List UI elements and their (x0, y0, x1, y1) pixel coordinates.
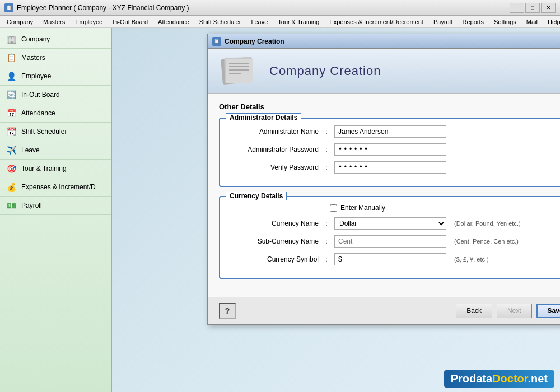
menu-reports[interactable]: Reports (458, 17, 489, 26)
sidebar-label-tour: Tour & Training (21, 165, 67, 172)
help-button[interactable]: ? (219, 303, 236, 319)
sidebar-item-employee[interactable]: 👤 Employee (0, 67, 111, 86)
expenses-icon: 💰 (6, 181, 17, 193)
dialog-logo (219, 55, 258, 86)
verify-password-label: Verify Password (229, 164, 319, 171)
dialog-icon: 📋 (212, 37, 221, 46)
maximize-button[interactable]: □ (525, 3, 540, 13)
sidebar-label-expenses: Expenses & Increment/D (21, 183, 96, 191)
dialog-title-bar: 📋 Company Creation ✕ (208, 34, 560, 49)
main-layout: 🏢 Company 📋 Masters 👤 Employee 🔄 In-Out … (0, 28, 560, 392)
menu-company[interactable]: Company (2, 17, 38, 26)
sidebar-item-payroll[interactable]: 💵 Payroll (0, 197, 111, 215)
subcurrency-name-hint: (Cent, Pence, Cen etc.) (454, 238, 519, 245)
currency-symbol-hint: ($, £, ¥, etc.) (454, 256, 489, 263)
sidebar-item-company[interactable]: 🏢 Company (0, 30, 111, 49)
shift-icon: 📆 (6, 126, 17, 137)
sidebar-item-masters[interactable]: 📋 Masters (0, 49, 111, 67)
subcurrency-name-colon: : (323, 237, 330, 245)
currency-symbol-colon: : (323, 255, 330, 263)
admin-details-section: Administrator Details Administrator Name… (219, 118, 560, 187)
sidebar-label-payroll: Payroll (21, 202, 42, 209)
sidebar-label-leave: Leave (21, 146, 40, 154)
sidebar-item-tour[interactable]: 🎯 Tour & Training (0, 160, 111, 178)
payroll-icon: 💵 (6, 200, 17, 211)
admin-name-colon: : (323, 128, 330, 136)
menu-mail[interactable]: Mail (522, 17, 542, 26)
next-button[interactable]: Next (497, 304, 532, 318)
currency-details-section: Currency Details Enter Manually Currency… (219, 196, 560, 279)
admin-password-colon: : (323, 146, 330, 153)
currency-symbol-label: Currency Symbol (229, 255, 319, 263)
menu-help[interactable]: Help (543, 17, 560, 26)
sidebar-item-inout[interactable]: 🔄 In-Out Board (0, 86, 111, 104)
company-icon: 🏢 (6, 34, 17, 45)
attendance-icon: 📅 (6, 108, 17, 119)
dialog-header: Company Creation (208, 49, 560, 94)
subcurrency-name-row: Sub-Currency Name : (Cent, Pence, Cen et… (229, 235, 560, 248)
menu-payroll[interactable]: Payroll (429, 17, 457, 26)
logo-svg (219, 55, 258, 86)
menu-employee[interactable]: Employee (71, 17, 107, 26)
menu-tour[interactable]: Tour & Training (273, 17, 324, 26)
admin-password-label: Administrator Password (229, 146, 319, 153)
watermark: ProdataDoctor.net (444, 370, 554, 388)
currency-symbol-input[interactable] (334, 253, 446, 265)
menu-attendance[interactable]: Attendance (153, 17, 194, 26)
title-bar: 📋 Employee Planner ( Company - XYZ Finan… (0, 0, 560, 16)
subcurrency-name-label: Sub-Currency Name (229, 237, 319, 245)
enter-manually-label[interactable]: Enter Manually (340, 204, 385, 212)
sidebar: 🏢 Company 📋 Masters 👤 Employee 🔄 In-Out … (0, 28, 112, 392)
verify-password-colon: : (323, 164, 330, 171)
save-button[interactable]: Save (536, 304, 560, 318)
close-button[interactable]: ✕ (541, 3, 556, 13)
menu-bar: Company Masters Employee In-Out Board At… (0, 16, 560, 28)
sidebar-item-leave[interactable]: ✈️ Leave (0, 141, 111, 160)
sidebar-item-expenses[interactable]: 💰 Expenses & Increment/D (0, 178, 111, 197)
menu-inout[interactable]: In-Out Board (108, 17, 152, 26)
menu-leave[interactable]: Leave (246, 17, 272, 26)
admin-password-input[interactable] (334, 143, 446, 156)
sidebar-label-masters: Masters (21, 54, 45, 62)
currency-name-select[interactable]: Dollar Pound Yen Euro (334, 217, 446, 230)
admin-section-label: Administrator Details (226, 113, 301, 122)
currency-name-label: Currency Name (229, 220, 319, 227)
sidebar-label-shift: Shift Scheduler (21, 128, 67, 136)
app-icon: 📋 (4, 3, 13, 12)
sidebar-label-inout: In-Out Board (21, 91, 60, 99)
minimize-button[interactable]: — (510, 3, 524, 13)
svg-rect-2 (226, 59, 253, 83)
window-controls: — □ ✕ (510, 3, 556, 13)
inout-icon: 🔄 (6, 89, 17, 100)
dialog-title: Company Creation (225, 38, 560, 45)
enter-manually-row: Enter Manually (330, 204, 560, 212)
enter-manually-checkbox[interactable] (330, 204, 337, 212)
dialog-footer: ? Back Next Save Cancel (208, 297, 560, 324)
sidebar-item-attendance[interactable]: 📅 Attendance (0, 104, 111, 123)
admin-name-input[interactable] (334, 125, 446, 138)
menu-expenses[interactable]: Expenses & Increment/Decrement (325, 17, 428, 26)
sidebar-item-shift[interactable]: 📆 Shift Scheduler (0, 123, 111, 141)
admin-name-label: Administrator Name (229, 128, 319, 136)
sidebar-label-attendance: Attendance (21, 109, 55, 117)
content-area: 📋 Company Creation ✕ (112, 28, 560, 392)
currency-section-label: Currency Details (226, 192, 287, 200)
app-title: Employee Planner ( Company - XYZ Financi… (17, 4, 510, 12)
company-creation-dialog: 📋 Company Creation ✕ (207, 34, 560, 325)
currency-symbol-row: Currency Symbol : ($, £, ¥, etc.) (229, 253, 560, 265)
dialog-body: Other Details Administrator Details Admi… (208, 94, 560, 297)
verify-password-input[interactable] (334, 161, 446, 174)
menu-settings[interactable]: Settings (489, 17, 521, 26)
tour-icon: 🎯 (6, 163, 17, 174)
admin-name-row: Administrator Name : (229, 125, 560, 138)
menu-masters[interactable]: Masters (39, 17, 69, 26)
other-details-label: Other Details (219, 102, 560, 111)
back-button[interactable]: Back (456, 304, 492, 318)
currency-name-hint: (Dollar, Pound, Yen etc.) (454, 220, 521, 227)
menu-shift[interactable]: Shift Scheduler (195, 17, 246, 26)
subcurrency-name-input[interactable] (334, 235, 446, 248)
leave-icon: ✈️ (6, 144, 17, 156)
employee-icon: 👤 (6, 71, 17, 82)
currency-name-row: Currency Name : Dollar Pound Yen Euro (D… (229, 217, 560, 230)
sidebar-label-employee: Employee (21, 72, 51, 80)
